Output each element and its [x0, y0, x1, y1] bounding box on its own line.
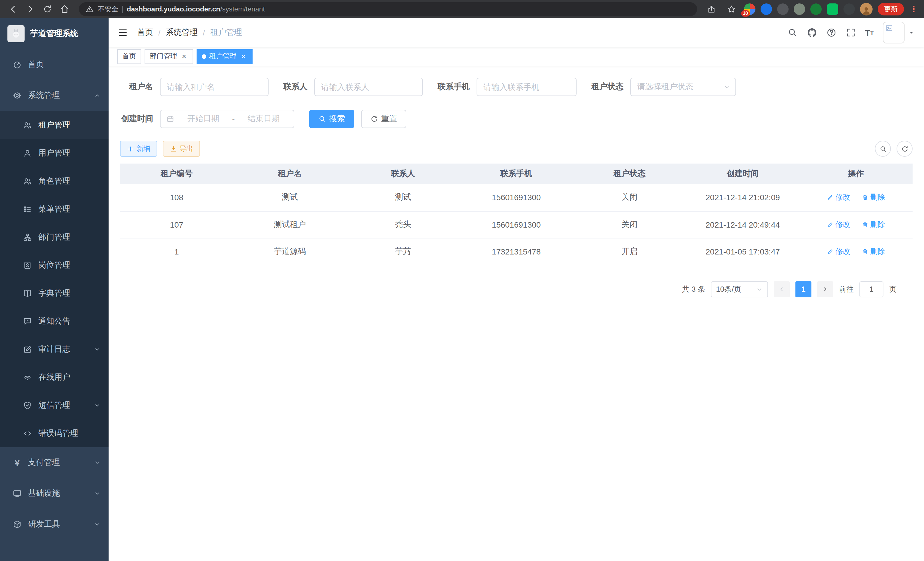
extension-icon-2[interactable]: [760, 3, 772, 15]
toolbar-right: [875, 141, 913, 157]
tab-dept[interactable]: 部门管理 ×: [145, 49, 193, 64]
sidebar-item-post[interactable]: 岗位管理: [0, 251, 109, 279]
extension-icon-7[interactable]: [843, 3, 855, 15]
trash-icon: [862, 194, 868, 201]
browser-menu-icon[interactable]: ⋮: [909, 4, 918, 14]
github-icon: [807, 27, 817, 38]
pencil-icon: [827, 194, 834, 201]
export-button[interactable]: 导出: [163, 141, 200, 157]
cell-actions: 修改 删除: [800, 238, 913, 265]
edit-button[interactable]: 修改: [827, 219, 850, 230]
user-avatar-menu[interactable]: [883, 22, 915, 44]
sidebar-item-menu[interactable]: 菜单管理: [0, 195, 109, 223]
reset-button[interactable]: 重置: [361, 110, 406, 128]
extension-icon-4[interactable]: [794, 3, 805, 15]
browser-reload-button[interactable]: [40, 2, 55, 17]
sidebar-item-dict[interactable]: 字典管理: [0, 279, 109, 307]
browser-home-button[interactable]: [57, 2, 72, 17]
sidebar-item-online-user[interactable]: 在线用户: [0, 363, 109, 391]
sidebar-item-label: 在线用户: [38, 372, 70, 382]
tenant-name-input[interactable]: [160, 78, 268, 96]
chrome-update-button[interactable]: 更新: [878, 3, 904, 15]
sidebar-item-notice[interactable]: 通知公告: [0, 307, 109, 335]
sidebar-item-user[interactable]: 用户管理: [0, 139, 109, 167]
breadcrumb-system[interactable]: 系统管理: [166, 27, 198, 38]
sidebar-item-label: 短信管理: [38, 400, 70, 410]
extension-icon-1[interactable]: 10: [744, 3, 755, 15]
sidebar-toggle-button[interactable]: [118, 27, 128, 38]
goto-page-input[interactable]: [860, 281, 884, 297]
page-size-select[interactable]: 10条/页: [711, 281, 768, 297]
sidebar-item-home[interactable]: 首页: [0, 49, 109, 80]
sidebar-item-audit-log[interactable]: 审计日志: [0, 335, 109, 363]
browser-forward-button[interactable]: [23, 2, 38, 17]
edit-button[interactable]: 修改: [827, 193, 850, 203]
contact-input[interactable]: [314, 78, 423, 96]
phone-input[interactable]: [477, 78, 577, 96]
monitor-icon: [13, 489, 22, 498]
sidebar-item-label: 岗位管理: [38, 260, 70, 270]
next-page-button[interactable]: [817, 281, 833, 297]
delete-button[interactable]: 删除: [862, 219, 885, 230]
cube-icon: [13, 520, 22, 529]
bookmark-button[interactable]: [724, 2, 739, 17]
url-text: dashboard.yudao.iocoder.cn/system/tenant: [127, 5, 265, 13]
breadcrumb-home[interactable]: 首页: [137, 27, 153, 38]
browser-back-button[interactable]: [6, 2, 21, 17]
sidebar-item-role[interactable]: 角色管理: [0, 167, 109, 195]
prev-page-button[interactable]: [774, 281, 790, 297]
delete-button[interactable]: 删除: [862, 193, 885, 203]
tenant-users-icon: [23, 120, 32, 129]
logo-image: [8, 25, 25, 42]
fullscreen-button[interactable]: [845, 27, 856, 38]
pencil-icon: [827, 221, 834, 228]
close-icon[interactable]: ×: [180, 52, 188, 60]
app-title: 芋道管理系统: [30, 29, 78, 39]
browser-profile-avatar[interactable]: [860, 3, 873, 15]
edit-button[interactable]: 修改: [827, 246, 850, 256]
sidebar-item-dept[interactable]: 部门管理: [0, 223, 109, 251]
cell-status: 关闭: [573, 184, 686, 211]
delete-button[interactable]: 删除: [862, 246, 885, 256]
table-row: 1 芋道源码 芋艿 17321315478 开启 2021-01-05 17:0…: [120, 238, 913, 265]
help-button[interactable]: [826, 27, 836, 38]
github-link[interactable]: [807, 27, 817, 38]
share-button[interactable]: [704, 2, 719, 17]
sidebar-item-tenant[interactable]: 租户管理: [0, 111, 109, 139]
tab-tenant[interactable]: 租户管理 ×: [196, 49, 253, 64]
app-logo[interactable]: 芋道管理系统: [0, 18, 109, 49]
sidebar-item-label: 菜单管理: [38, 204, 70, 214]
extension-icon-3[interactable]: [777, 3, 789, 15]
column-header-actions: 操作: [800, 164, 913, 184]
extension-icon-5[interactable]: [810, 3, 822, 15]
sidebar-item-payment[interactable]: ¥ 支付管理: [0, 447, 109, 478]
toggle-search-button[interactable]: [875, 141, 891, 157]
date-range-picker[interactable]: 开始日期 - 结束日期: [160, 110, 294, 128]
search-button[interactable]: 搜索: [309, 110, 354, 128]
header-search-button[interactable]: [787, 27, 797, 38]
reset-button-label: 重置: [381, 114, 397, 124]
status-select[interactable]: 请选择租户状态: [630, 78, 736, 96]
tab-home[interactable]: 首页: [117, 49, 141, 64]
sidebar-item-label: 研发工具: [28, 519, 60, 529]
broken-image-icon: [885, 24, 893, 32]
refresh-table-button[interactable]: [897, 141, 913, 157]
sidebar-item-sms[interactable]: 短信管理: [0, 391, 109, 419]
cell-phone: 17321315478: [460, 238, 573, 265]
sidebar-item-devtools[interactable]: 研发工具: [0, 509, 109, 540]
page-number-button[interactable]: 1: [795, 281, 812, 297]
address-bar[interactable]: 不安全 dashboard.yudao.iocoder.cn/system/te…: [79, 2, 697, 16]
add-button[interactable]: 新增: [120, 141, 157, 157]
hamburger-icon: [118, 27, 128, 38]
breadcrumb-separator: /: [203, 28, 205, 37]
extension-icon-6[interactable]: [827, 3, 838, 15]
cell-name: 测试: [233, 184, 346, 211]
sidebar-item-infra[interactable]: 基础设施: [0, 478, 109, 509]
sidebar-item-error-code[interactable]: 错误码管理: [0, 419, 109, 447]
page-unit-label: 页: [889, 284, 897, 294]
font-size-button[interactable]: TT: [865, 28, 874, 38]
close-icon[interactable]: ×: [239, 52, 248, 60]
sidebar-item-system[interactable]: 系统管理: [0, 80, 109, 111]
table-toolbar: 新增 导出: [120, 141, 913, 157]
column-header-contact: 联系人: [346, 164, 460, 184]
